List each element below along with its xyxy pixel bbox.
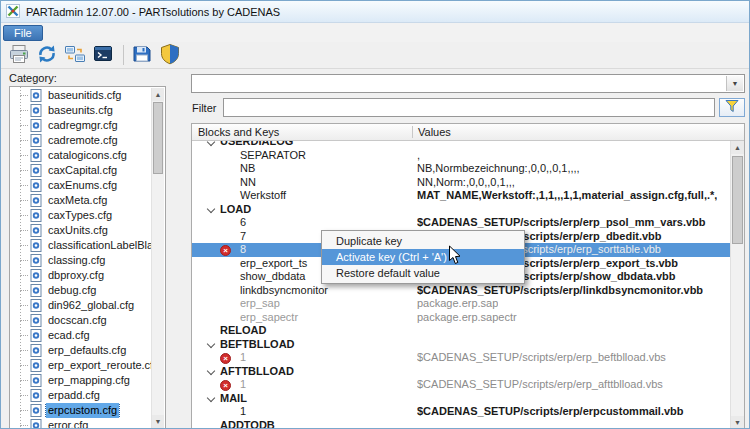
- shield-toolbar-button[interactable]: [157, 43, 183, 68]
- context-menu-item[interactable]: Restore default value: [322, 265, 524, 281]
- column-header-values[interactable]: Values: [418, 126, 451, 138]
- tree-item[interactable]: erp_export_reroute.cfg: [10, 358, 151, 373]
- tree-item[interactable]: caxMeta.cfg: [10, 193, 151, 208]
- table-row[interactable]: RELOAD: [192, 324, 730, 338]
- tree-item-label: docscan.cfg: [46, 313, 109, 328]
- table-row[interactable]: USERDIALOG: [192, 141, 730, 149]
- save-toolbar-button[interactable]: [129, 43, 155, 68]
- chevron-expanded-icon[interactable]: [207, 205, 215, 213]
- tree-scrollbar-thumb[interactable]: [153, 102, 163, 174]
- tree-item[interactable]: dbproxy.cfg: [10, 268, 151, 283]
- row-key: erp_export_ts: [240, 257, 307, 271]
- row-value: NN,Norm:,0,0,,0,1,,,: [417, 176, 515, 190]
- chevron-expanded-icon[interactable]: [207, 141, 215, 146]
- menu-file[interactable]: File: [3, 25, 43, 41]
- table-row[interactable]: erp_sapectrpackage.erp.sapectr: [192, 311, 730, 325]
- tree-item[interactable]: erpcustom.cfg: [10, 403, 151, 418]
- context-menu-item[interactable]: Duplicate key: [322, 233, 524, 249]
- tree-item[interactable]: caxCapital.cfg: [10, 163, 151, 178]
- table-row[interactable]: 6$CADENAS_SETUP/scripts/erp/erp_psol_mm_…: [192, 216, 730, 230]
- table-row[interactable]: BEFTBLLOAD: [192, 338, 730, 352]
- config-file-icon: [30, 119, 42, 132]
- tree-item[interactable]: cadregmgr.cfg: [10, 118, 151, 133]
- table-row[interactable]: AFTTBLLOAD: [192, 365, 730, 379]
- table-row[interactable]: NNNN,Norm:,0,0,,0,1,,,: [192, 176, 730, 190]
- tree-item-label: caxCapital.cfg: [46, 163, 119, 178]
- tree-item[interactable]: classing.cfg: [10, 253, 151, 268]
- refresh-icon: [36, 43, 58, 68]
- tree-item-label: erp_defaults.cfg: [46, 343, 128, 358]
- chevron-expanded-icon[interactable]: [207, 367, 215, 375]
- tree-item-label: classing.cfg: [46, 253, 107, 268]
- tree-item[interactable]: debug.cfg: [10, 283, 151, 298]
- tree-item[interactable]: erp_defaults.cfg: [10, 343, 151, 358]
- tree-item[interactable]: erpadd.cfg: [10, 388, 151, 403]
- tree-item-label: dbproxy.cfg: [46, 268, 106, 283]
- tree-item[interactable]: classificationLabelBlackl: [10, 238, 151, 253]
- table-row[interactable]: linkdbsyncmonitor$CADENAS_SETUP/scripts/…: [192, 284, 730, 298]
- printer-toolbar-button[interactable]: [6, 43, 32, 68]
- context-menu-item[interactable]: Activate key (Ctrl + 'A'): [322, 249, 524, 265]
- context-menu: Duplicate keyActivate key (Ctrl + 'A')Re…: [321, 230, 525, 284]
- tree-item[interactable]: din962_global.cfg: [10, 298, 151, 313]
- row-key: 6: [240, 216, 246, 230]
- scroll-up-arrow[interactable]: ▲: [731, 141, 744, 154]
- config-file-icon: [30, 209, 42, 222]
- table-row[interactable]: 1$CADENAS_SETUP/scripts/erp/erpcustommai…: [192, 405, 730, 419]
- tree-item[interactable]: error.cfg: [10, 418, 151, 429]
- tree-item[interactable]: docscan.cfg: [10, 313, 151, 328]
- table-row[interactable]: MAIL: [192, 392, 730, 406]
- config-file-combobox[interactable]: ▼: [191, 74, 745, 93]
- row-key: LOAD: [220, 203, 251, 217]
- scroll-down-arrow[interactable]: ▼: [731, 416, 744, 429]
- scroll-up-arrow[interactable]: ▲: [152, 88, 164, 101]
- tree-item[interactable]: erp_mapping.cfg: [10, 373, 151, 388]
- table-scrollbar-thumb[interactable]: [732, 156, 743, 244]
- tree-item[interactable]: caxUnits.cfg: [10, 223, 151, 238]
- table-scrollbar[interactable]: ▲ ▼: [730, 141, 744, 429]
- console-toolbar-button[interactable]: [90, 43, 116, 68]
- column-header-blocks-and-keys[interactable]: Blocks and Keys: [198, 126, 279, 138]
- table-row[interactable]: ×1$CADENAS_SETUP/scripts/erp/erp_afttbll…: [192, 378, 730, 392]
- row-value: $CADENAS_SETUP/scripts/erp/erpcustommail…: [417, 405, 684, 419]
- table-row[interactable]: ×1$CADENAS_SETUP/scripts/erp/erp_beftbll…: [192, 351, 730, 365]
- tree-item[interactable]: cadremote.cfg: [10, 133, 151, 148]
- chevron-expanded-icon[interactable]: [207, 340, 215, 348]
- transfer-toolbar-button[interactable]: [62, 43, 88, 68]
- table-row[interactable]: WerkstoffMAT_NAME,Werkstoff:,1,1,,,1,1,m…: [192, 189, 730, 203]
- tree-item[interactable]: caxEnums.cfg: [10, 178, 151, 193]
- row-value: $CADENAS_SETUP/scripts/erp/erp_beftblloa…: [417, 351, 666, 365]
- titlebar[interactable]: PARTadmin 12.07.00 - PARTsolutions by CA…: [1, 1, 749, 23]
- table-row[interactable]: ADDTODB: [192, 419, 730, 429]
- table-body: USERDIALOGSEPARATOR,NBNB,Normbezeichnung…: [192, 141, 730, 429]
- tree-item-label: classificationLabelBlackl: [46, 238, 151, 253]
- filter-button[interactable]: [719, 98, 745, 117]
- tree-item[interactable]: baseunitids.cfg: [10, 88, 151, 103]
- window-title: PARTadmin 12.07.00 - PARTsolutions by CA…: [26, 6, 280, 18]
- tree-item-label: caxEnums.cfg: [46, 178, 119, 193]
- config-file-icon: [30, 419, 42, 429]
- config-file-icon: [30, 149, 42, 162]
- tree-scrollbar[interactable]: ▲ ▼: [151, 88, 164, 428]
- tree-item[interactable]: catalogicons.cfg: [10, 148, 151, 163]
- filter-input[interactable]: [223, 98, 715, 117]
- table-row[interactable]: erp_sappackage.erp.sap: [192, 297, 730, 311]
- tree-item[interactable]: caxTypes.cfg: [10, 208, 151, 223]
- row-value: package.erp.sapectr: [417, 311, 517, 325]
- console-icon: [92, 43, 114, 68]
- config-file-icon: [30, 344, 42, 357]
- column-divider[interactable]: [412, 126, 413, 138]
- refresh-toolbar-button[interactable]: [34, 43, 60, 68]
- tree-item-label: caxTypes.cfg: [46, 208, 114, 223]
- chevron-expanded-icon[interactable]: [207, 394, 215, 402]
- scroll-down-arrow[interactable]: ▼: [152, 415, 164, 428]
- tree-item-label: erpadd.cfg: [46, 388, 102, 403]
- table-row[interactable]: SEPARATOR,: [192, 149, 730, 163]
- config-file-icon: [30, 374, 42, 387]
- tree-item[interactable]: ecad.cfg: [10, 328, 151, 343]
- config-file-icon: [30, 404, 42, 417]
- table-row[interactable]: NBNB,Normbezeichnung:,0,0,,0,1,,,,: [192, 162, 730, 176]
- table-row[interactable]: LOAD: [192, 203, 730, 217]
- combobox-dropdown-arrow[interactable]: ▼: [726, 76, 743, 91]
- tree-item[interactable]: baseunits.cfg: [10, 103, 151, 118]
